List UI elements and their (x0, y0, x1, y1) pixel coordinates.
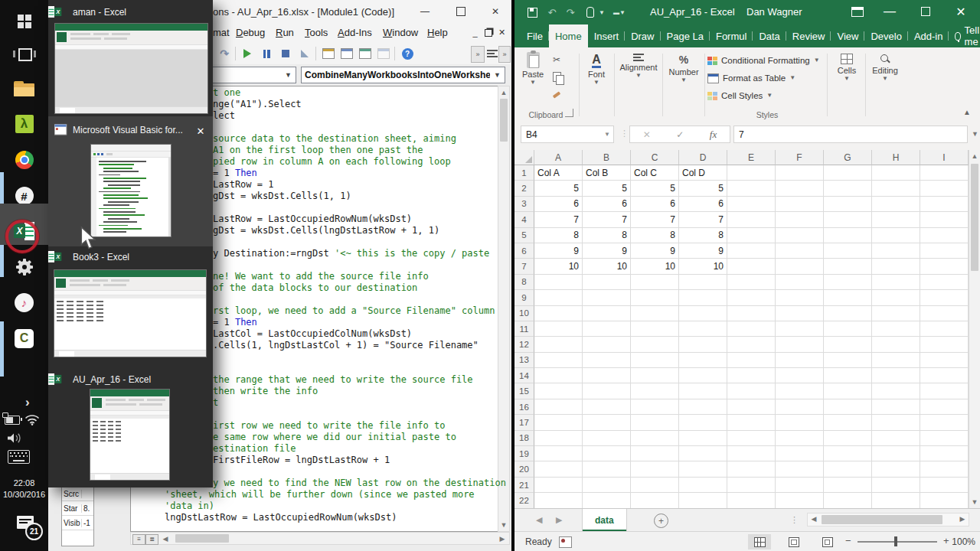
cell-G11[interactable] (824, 321, 872, 337)
tab-addin[interactable]: Add-in (908, 24, 949, 47)
cell-E5[interactable] (727, 228, 776, 243)
vbe-close-button[interactable]: ✕ (480, 1, 511, 21)
close-button[interactable]: ✕ (948, 0, 974, 23)
tell-me-box[interactable]: Tell me (949, 24, 980, 47)
cell-I18[interactable] (920, 431, 969, 446)
row-header-22[interactable]: 22 (514, 493, 534, 508)
cell-C12[interactable] (631, 337, 679, 352)
cell-B5[interactable]: 8 (583, 228, 631, 243)
scroll-left-icon[interactable]: ◀ (160, 535, 171, 543)
tray-volume-icon[interactable] (6, 432, 23, 445)
maximize-button[interactable] (913, 0, 939, 23)
cell-F13[interactable] (776, 353, 824, 368)
cell-C1[interactable]: Col C (631, 165, 679, 181)
row-header-3[interactable]: 3 (514, 197, 534, 212)
column-header-e[interactable]: E (727, 150, 776, 165)
menu-item-help[interactable]: Help (427, 27, 448, 38)
cell-A4[interactable]: 7 (534, 212, 583, 227)
vbe-vertical-scrollbar[interactable]: ▲ ▼ (498, 86, 510, 532)
cell-F7[interactable] (776, 259, 824, 274)
cell-A10[interactable] (534, 306, 583, 321)
tray-touch-keyboard-icon[interactable] (8, 450, 30, 464)
page-layout-view-button[interactable] (782, 534, 805, 549)
taskbar-icon-camtasia[interactable]: C (0, 321, 48, 355)
undo-icon[interactable]: ↶ (544, 5, 560, 19)
cell-G2[interactable] (824, 181, 872, 196)
name-box[interactable]: B4 ▼ (521, 126, 614, 143)
cell-G20[interactable] (824, 461, 872, 477)
taskbar-icon-chrome[interactable] (0, 143, 48, 177)
cell-A12[interactable] (534, 337, 583, 352)
cell-I8[interactable] (920, 275, 969, 290)
cell-H19[interactable] (872, 446, 920, 461)
preview-item-header[interactable]: XAU_Apr_16 - Excel (48, 372, 213, 390)
cell-F10[interactable] (776, 306, 824, 321)
cell-I11[interactable] (920, 321, 969, 337)
scroll-up-icon[interactable]: ▲ (969, 152, 980, 160)
next-sheet-icon[interactable]: ▶ (556, 515, 562, 525)
cells-group-button[interactable]: Cells ▼ (831, 54, 862, 81)
cell-H12[interactable] (872, 337, 920, 352)
cell-B20[interactable] (583, 461, 631, 477)
indent-icon[interactable] (485, 47, 500, 60)
menu-item-debug[interactable]: Debug (236, 27, 265, 38)
cell-I13[interactable] (920, 353, 969, 368)
tab-review[interactable]: Review (786, 24, 831, 47)
redo-icon[interactable]: ↷ (562, 5, 579, 19)
cell-D22[interactable] (679, 493, 727, 508)
cell-E21[interactable] (727, 478, 776, 493)
properties-window-icon[interactable] (339, 47, 354, 60)
vbe-horizontal-scrollbar[interactable]: ≡ ≣ ◀ ▶ (130, 532, 510, 545)
cell-H5[interactable] (872, 228, 920, 243)
column-header-i[interactable]: I (920, 150, 969, 165)
cell-E18[interactable] (727, 431, 776, 446)
tab-draw[interactable]: Draw (625, 24, 660, 47)
cell-D5[interactable]: 8 (679, 228, 727, 243)
cell-B17[interactable] (583, 415, 631, 430)
project-explorer-icon[interactable] (321, 47, 336, 60)
cell-A1[interactable]: Col A (534, 165, 583, 181)
cell-B2[interactable]: 5 (583, 181, 631, 196)
cell-B22[interactable] (583, 493, 631, 508)
cell-C5[interactable]: 8 (631, 228, 679, 243)
window-thumbnail[interactable] (54, 269, 207, 357)
row-header-16[interactable]: 16 (514, 399, 534, 415)
cell-B7[interactable]: 10 (583, 259, 631, 274)
cell-D17[interactable] (679, 415, 727, 430)
cell-A3[interactable]: 6 (534, 197, 583, 212)
cell-C21[interactable] (631, 478, 679, 493)
cell-H16[interactable] (872, 399, 920, 415)
cell-H22[interactable] (872, 493, 920, 508)
cell-C14[interactable] (631, 368, 679, 383)
cell-H2[interactable] (872, 181, 920, 196)
cell-B15[interactable] (583, 383, 631, 399)
window-thumbnail[interactable] (90, 389, 170, 481)
cell-A6[interactable]: 9 (534, 243, 583, 259)
sheet-tab-data[interactable]: data (582, 509, 627, 531)
cell-G7[interactable] (824, 259, 872, 274)
cell-D19[interactable] (679, 446, 727, 461)
cell-G17[interactable] (824, 415, 872, 430)
reset-icon[interactable] (278, 47, 293, 60)
column-header-f[interactable]: F (776, 150, 824, 165)
run-macro-icon[interactable] (240, 47, 255, 60)
cell-B12[interactable] (583, 337, 631, 352)
cell-F9[interactable] (776, 290, 824, 305)
cell-F18[interactable] (776, 431, 824, 446)
cell-A20[interactable] (534, 461, 583, 477)
row-header-8[interactable]: 8 (514, 275, 534, 290)
cell-C18[interactable] (631, 431, 679, 446)
tab-home[interactable]: Home (549, 24, 588, 47)
cell-D12[interactable] (679, 337, 727, 352)
cell-D20[interactable] (679, 461, 727, 477)
grid-vertical-scrollbar[interactable]: ▲ ▼ (969, 150, 980, 508)
chevron-down-icon[interactable]: ▼ (597, 5, 606, 19)
tab-pagela[interactable]: Page La (661, 24, 710, 47)
cell-G5[interactable] (824, 228, 872, 243)
cell-E9[interactable] (727, 290, 776, 305)
cell-B21[interactable] (583, 478, 631, 493)
tab-formul[interactable]: Formul (710, 24, 753, 47)
cell-C15[interactable] (631, 383, 679, 399)
row-header-14[interactable]: 14 (514, 368, 534, 383)
cell-I15[interactable] (920, 383, 969, 399)
